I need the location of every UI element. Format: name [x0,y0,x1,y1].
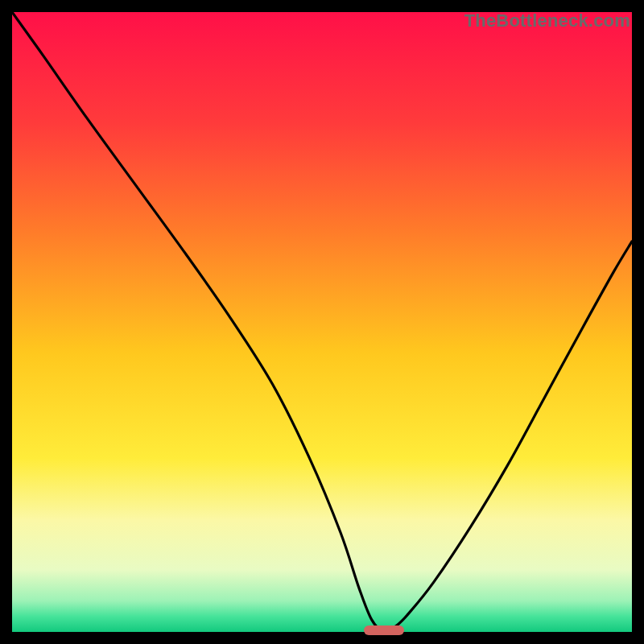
watermark-text: TheBottleneck.com [464,12,630,30]
chart-frame: TheBottleneck.com [0,0,644,644]
optimal-marker [364,625,404,635]
plot-area: TheBottleneck.com [12,12,632,632]
bottleneck-curve [12,12,632,632]
